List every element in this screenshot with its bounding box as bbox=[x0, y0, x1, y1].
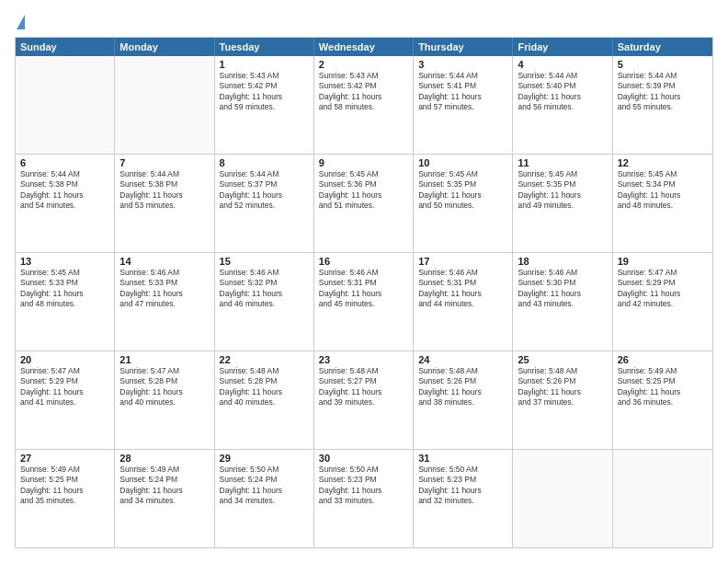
day-number: 2 bbox=[319, 59, 408, 70]
header bbox=[15, 15, 713, 29]
day-number: 26 bbox=[618, 354, 708, 365]
day-info: Sunrise: 5:44 AMSunset: 5:40 PMDaylight:… bbox=[518, 71, 607, 113]
day-info: Sunrise: 5:48 AMSunset: 5:26 PMDaylight:… bbox=[518, 366, 607, 408]
day-info: Sunrise: 5:50 AMSunset: 5:24 PMDaylight:… bbox=[220, 465, 309, 507]
day-number: 24 bbox=[418, 354, 507, 365]
day-info: Sunrise: 5:44 AMSunset: 5:39 PMDaylight:… bbox=[618, 71, 708, 113]
day-number: 1 bbox=[220, 59, 309, 70]
calendar-header: SundayMondayTuesdayWednesdayThursdayFrid… bbox=[16, 38, 712, 56]
weekday-header-friday: Friday bbox=[513, 38, 612, 56]
day-number: 17 bbox=[418, 256, 507, 267]
logo-triangle-icon bbox=[17, 15, 25, 29]
day-cell-8: 8Sunrise: 5:44 AMSunset: 5:37 PMDaylight… bbox=[215, 155, 314, 252]
calendar-body: 1Sunrise: 5:43 AMSunset: 5:42 PMDaylight… bbox=[16, 56, 712, 547]
day-info: Sunrise: 5:48 AMSunset: 5:27 PMDaylight:… bbox=[319, 366, 408, 408]
day-info: Sunrise: 5:45 AMSunset: 5:33 PMDaylight:… bbox=[20, 268, 109, 310]
day-cell-4: 4Sunrise: 5:44 AMSunset: 5:40 PMDaylight… bbox=[513, 56, 612, 154]
day-number: 4 bbox=[518, 59, 607, 70]
day-number: 19 bbox=[618, 256, 708, 267]
day-cell-15: 15Sunrise: 5:46 AMSunset: 5:32 PMDayligh… bbox=[215, 253, 314, 350]
day-info: Sunrise: 5:47 AMSunset: 5:29 PMDaylight:… bbox=[618, 268, 708, 310]
day-number: 14 bbox=[119, 256, 209, 267]
day-cell-26: 26Sunrise: 5:49 AMSunset: 5:25 PMDayligh… bbox=[613, 351, 712, 449]
day-number: 21 bbox=[119, 354, 209, 365]
calendar-row-3: 20Sunrise: 5:47 AMSunset: 5:29 PMDayligh… bbox=[16, 350, 712, 449]
day-info: Sunrise: 5:44 AMSunset: 5:41 PMDaylight:… bbox=[418, 71, 507, 113]
day-number: 20 bbox=[20, 354, 109, 365]
day-info: Sunrise: 5:48 AMSunset: 5:26 PMDaylight:… bbox=[418, 366, 507, 408]
day-info: Sunrise: 5:44 AMSunset: 5:37 PMDaylight:… bbox=[220, 169, 309, 212]
day-info: Sunrise: 5:47 AMSunset: 5:29 PMDaylight:… bbox=[20, 366, 109, 408]
day-cell-25: 25Sunrise: 5:48 AMSunset: 5:26 PMDayligh… bbox=[513, 351, 612, 449]
day-number: 27 bbox=[20, 453, 109, 464]
day-info: Sunrise: 5:44 AMSunset: 5:38 PMDaylight:… bbox=[20, 169, 109, 212]
day-number: 28 bbox=[119, 453, 209, 464]
calendar-row-0: 1Sunrise: 5:43 AMSunset: 5:42 PMDaylight… bbox=[16, 56, 712, 154]
day-cell-28: 28Sunrise: 5:49 AMSunset: 5:24 PMDayligh… bbox=[115, 450, 214, 547]
day-cell-9: 9Sunrise: 5:45 AMSunset: 5:36 PMDaylight… bbox=[314, 155, 414, 252]
day-number: 12 bbox=[618, 157, 708, 168]
day-cell-12: 12Sunrise: 5:45 AMSunset: 5:34 PMDayligh… bbox=[613, 155, 712, 252]
day-info: Sunrise: 5:46 AMSunset: 5:33 PMDaylight:… bbox=[119, 268, 209, 310]
empty-cell bbox=[115, 56, 214, 154]
day-cell-16: 16Sunrise: 5:46 AMSunset: 5:31 PMDayligh… bbox=[314, 253, 414, 350]
day-cell-22: 22Sunrise: 5:48 AMSunset: 5:28 PMDayligh… bbox=[215, 351, 314, 449]
weekday-header-wednesday: Wednesday bbox=[314, 38, 414, 56]
weekday-header-tuesday: Tuesday bbox=[215, 38, 314, 56]
day-info: Sunrise: 5:49 AMSunset: 5:24 PMDaylight:… bbox=[119, 465, 209, 507]
day-number: 5 bbox=[618, 59, 708, 70]
day-info: Sunrise: 5:46 AMSunset: 5:31 PMDaylight:… bbox=[319, 268, 408, 310]
weekday-header-thursday: Thursday bbox=[414, 38, 513, 56]
day-cell-24: 24Sunrise: 5:48 AMSunset: 5:26 PMDayligh… bbox=[414, 351, 513, 449]
empty-cell bbox=[513, 450, 612, 547]
day-info: Sunrise: 5:45 AMSunset: 5:36 PMDaylight:… bbox=[319, 169, 408, 212]
day-info: Sunrise: 5:44 AMSunset: 5:38 PMDaylight:… bbox=[119, 169, 209, 212]
day-cell-1: 1Sunrise: 5:43 AMSunset: 5:42 PMDaylight… bbox=[215, 56, 314, 154]
day-number: 8 bbox=[220, 157, 309, 168]
day-number: 18 bbox=[518, 256, 607, 267]
day-info: Sunrise: 5:45 AMSunset: 5:35 PMDaylight:… bbox=[518, 169, 607, 212]
day-cell-18: 18Sunrise: 5:46 AMSunset: 5:30 PMDayligh… bbox=[513, 253, 612, 350]
day-number: 13 bbox=[20, 256, 109, 267]
day-cell-14: 14Sunrise: 5:46 AMSunset: 5:33 PMDayligh… bbox=[115, 253, 214, 350]
day-info: Sunrise: 5:46 AMSunset: 5:31 PMDaylight:… bbox=[418, 268, 507, 310]
empty-cell bbox=[16, 56, 115, 154]
day-number: 3 bbox=[418, 59, 507, 70]
day-cell-13: 13Sunrise: 5:45 AMSunset: 5:33 PMDayligh… bbox=[16, 253, 115, 350]
day-cell-29: 29Sunrise: 5:50 AMSunset: 5:24 PMDayligh… bbox=[215, 450, 314, 547]
calendar-row-1: 6Sunrise: 5:44 AMSunset: 5:38 PMDaylight… bbox=[16, 154, 712, 252]
day-cell-27: 27Sunrise: 5:49 AMSunset: 5:25 PMDayligh… bbox=[16, 450, 115, 547]
calendar-row-4: 27Sunrise: 5:49 AMSunset: 5:25 PMDayligh… bbox=[16, 449, 712, 547]
day-number: 9 bbox=[319, 157, 408, 168]
day-info: Sunrise: 5:43 AMSunset: 5:42 PMDaylight:… bbox=[220, 71, 309, 113]
day-number: 29 bbox=[220, 453, 309, 464]
weekday-header-sunday: Sunday bbox=[16, 38, 115, 56]
calendar-row-2: 13Sunrise: 5:45 AMSunset: 5:33 PMDayligh… bbox=[16, 252, 712, 350]
weekday-header-monday: Monday bbox=[115, 38, 214, 56]
day-info: Sunrise: 5:45 AMSunset: 5:34 PMDaylight:… bbox=[618, 169, 708, 212]
day-number: 25 bbox=[518, 354, 607, 365]
day-cell-30: 30Sunrise: 5:50 AMSunset: 5:23 PMDayligh… bbox=[314, 450, 414, 547]
day-cell-17: 17Sunrise: 5:46 AMSunset: 5:31 PMDayligh… bbox=[414, 253, 513, 350]
day-cell-23: 23Sunrise: 5:48 AMSunset: 5:27 PMDayligh… bbox=[314, 351, 414, 449]
day-info: Sunrise: 5:43 AMSunset: 5:42 PMDaylight:… bbox=[319, 71, 408, 113]
page: SundayMondayTuesdayWednesdayThursdayFrid… bbox=[0, 0, 728, 563]
day-cell-20: 20Sunrise: 5:47 AMSunset: 5:29 PMDayligh… bbox=[16, 351, 115, 449]
day-number: 30 bbox=[319, 453, 408, 464]
day-number: 15 bbox=[220, 256, 309, 267]
day-cell-21: 21Sunrise: 5:47 AMSunset: 5:28 PMDayligh… bbox=[115, 351, 214, 449]
day-number: 6 bbox=[20, 157, 109, 168]
day-number: 23 bbox=[319, 354, 408, 365]
day-info: Sunrise: 5:50 AMSunset: 5:23 PMDaylight:… bbox=[319, 465, 408, 507]
day-info: Sunrise: 5:46 AMSunset: 5:30 PMDaylight:… bbox=[518, 268, 607, 310]
day-cell-10: 10Sunrise: 5:45 AMSunset: 5:35 PMDayligh… bbox=[414, 155, 513, 252]
day-cell-3: 3Sunrise: 5:44 AMSunset: 5:41 PMDaylight… bbox=[414, 56, 513, 154]
day-cell-6: 6Sunrise: 5:44 AMSunset: 5:38 PMDaylight… bbox=[16, 155, 115, 252]
day-number: 10 bbox=[418, 157, 507, 168]
logo bbox=[15, 15, 25, 29]
calendar: SundayMondayTuesdayWednesdayThursdayFrid… bbox=[15, 37, 713, 548]
day-info: Sunrise: 5:46 AMSunset: 5:32 PMDaylight:… bbox=[220, 268, 309, 310]
day-number: 11 bbox=[518, 157, 607, 168]
day-number: 7 bbox=[119, 157, 209, 168]
day-cell-7: 7Sunrise: 5:44 AMSunset: 5:38 PMDaylight… bbox=[115, 155, 214, 252]
